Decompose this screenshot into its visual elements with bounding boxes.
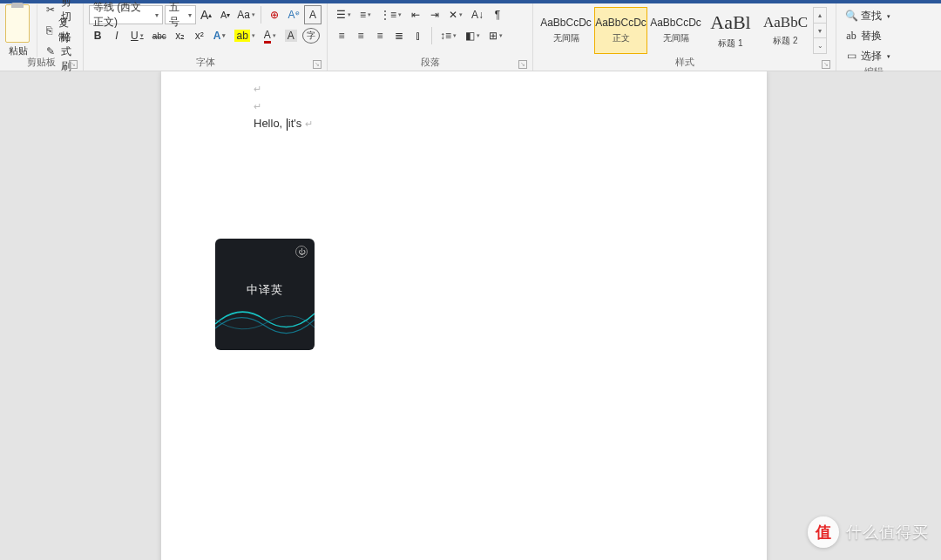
find-button[interactable]: 🔍查找▾ bbox=[842, 7, 906, 25]
shrink-font-button[interactable]: A▾ bbox=[217, 5, 234, 24]
highlight-button[interactable]: ab▾ bbox=[231, 26, 258, 45]
style-item-heading1[interactable]: AaBl 标题 1 bbox=[704, 7, 757, 54]
separator bbox=[261, 6, 261, 24]
distribute-button[interactable]: ⫿ bbox=[410, 26, 427, 45]
ribbon: 粘贴 ✂ 剪切 ⎘ 复制 ✎ 格式刷 剪贴板↘ 等线 (西文正文)▾ 五号▾ A… bbox=[0, 3, 941, 71]
line-spacing-button[interactable]: ↕≡▾ bbox=[437, 26, 460, 45]
clipboard-launcher-icon[interactable]: ↘ bbox=[69, 60, 78, 69]
clipboard-icon bbox=[5, 4, 30, 43]
translator-widget[interactable]: ⏻ 中译英 bbox=[215, 239, 315, 350]
bold-button[interactable]: B bbox=[89, 26, 106, 45]
wave-decoration-icon bbox=[215, 298, 315, 341]
sort-button[interactable]: A↓ bbox=[468, 5, 487, 24]
paragraph-launcher-icon[interactable]: ↘ bbox=[518, 60, 527, 69]
text-cursor bbox=[287, 118, 288, 131]
font-group-label: 字体↘ bbox=[89, 56, 322, 71]
numbering-button[interactable]: ≡▾ bbox=[356, 5, 375, 24]
shading-button[interactable]: ◧▾ bbox=[462, 26, 484, 45]
watermark: 值 什么值得买 bbox=[808, 516, 929, 548]
find-icon: 🔍 bbox=[845, 10, 857, 23]
scissors-icon: ✂ bbox=[46, 3, 55, 16]
clear-formatting-button[interactable]: Aᵉ bbox=[285, 5, 302, 24]
styles-launcher-icon[interactable]: ↘ bbox=[822, 60, 830, 69]
font-name-combo[interactable]: 等线 (西文正文)▾ bbox=[89, 5, 163, 24]
font-launcher-icon[interactable]: ↘ bbox=[313, 60, 322, 69]
group-editing: 🔍查找▾ ab替换 ▭选择▾ 编辑 bbox=[836, 3, 911, 71]
styles-group-label: 样式↘ bbox=[538, 56, 830, 71]
italic-button[interactable]: I bbox=[108, 26, 125, 45]
text-effects-button[interactable]: A▾ bbox=[210, 26, 230, 45]
paragraph-3: Hello, it's ↵ bbox=[254, 115, 674, 132]
show-marks-button[interactable]: ¶ bbox=[489, 5, 506, 24]
group-paragraph: ☰▾ ≡▾ ⋮≡▾ ⇤ ⇥ ✕▾ A↓ ¶ ≡ ≡ ≡ ≣ ⫿ ↕≡▾ ◧▾ ⊞… bbox=[328, 3, 533, 71]
bullets-button[interactable]: ☰▾ bbox=[333, 5, 355, 24]
copy-icon: ⎘ bbox=[46, 24, 52, 37]
align-center-button[interactable]: ≡ bbox=[352, 26, 369, 45]
group-clipboard: 粘贴 ✂ 剪切 ⎘ 复制 ✎ 格式刷 剪贴板↘ bbox=[0, 3, 84, 71]
paste-button[interactable]: 粘贴 bbox=[5, 4, 37, 57]
separator bbox=[431, 27, 432, 44]
asian-layout-button[interactable]: ✕▾ bbox=[445, 5, 466, 24]
char-border-button[interactable]: A bbox=[304, 5, 322, 24]
align-right-button[interactable]: ≡ bbox=[371, 26, 389, 45]
borders-button[interactable]: ⊞▾ bbox=[485, 26, 506, 45]
group-styles: AaBbCcDc 无间隔 AaBbCcDc 正文 AaBbCcDc 无间隔 Aa… bbox=[533, 3, 836, 71]
align-left-button[interactable]: ≡ bbox=[333, 26, 350, 45]
enclose-char-button[interactable]: 字 bbox=[302, 28, 320, 44]
superscript-button[interactable]: x² bbox=[191, 26, 208, 45]
gallery-scroll: ▴ ▾ ⌄ bbox=[813, 7, 827, 54]
watermark-text: 什么值得买 bbox=[846, 522, 929, 543]
gallery-more-icon[interactable]: ⌄ bbox=[814, 37, 826, 53]
style-item-3[interactable]: AaBbCcDc 无间隔 bbox=[649, 7, 702, 54]
decrease-indent-button[interactable]: ⇤ bbox=[407, 5, 424, 24]
font-color-button[interactable]: A▾ bbox=[261, 26, 280, 45]
paragraph-1: ↵ bbox=[254, 80, 674, 98]
translator-label: 中译英 bbox=[215, 282, 315, 298]
watermark-badge-icon: 值 bbox=[808, 516, 839, 548]
gallery-down-icon[interactable]: ▾ bbox=[814, 23, 826, 38]
style-item-1[interactable]: AaBbCcDc 无间隔 bbox=[539, 7, 592, 54]
increase-indent-button[interactable]: ⇥ bbox=[426, 5, 443, 24]
char-shading-button[interactable]: A bbox=[281, 26, 301, 45]
subscript-button[interactable]: x₂ bbox=[172, 26, 189, 45]
replace-button[interactable]: ab替换 bbox=[842, 27, 906, 45]
replace-icon: ab bbox=[845, 30, 857, 43]
style-item-normal[interactable]: AaBbCcDc 正文 bbox=[594, 7, 647, 54]
paragraph-2: ↵ bbox=[254, 98, 674, 115]
strikethrough-button[interactable]: abc bbox=[149, 26, 170, 45]
clipboard-group-label: 剪贴板↘ bbox=[5, 56, 78, 71]
underline-button[interactable]: U▾ bbox=[127, 26, 147, 45]
pin-icon[interactable]: ⏻ bbox=[295, 246, 308, 258]
document-area: ↵ ↵ Hello, it's ↵ ⏻ 中译英 值 什么值得买 bbox=[0, 71, 941, 560]
multilevel-button[interactable]: ⋮≡▾ bbox=[376, 5, 405, 24]
select-icon: ▭ bbox=[845, 50, 857, 63]
grow-font-button[interactable]: A▴ bbox=[198, 5, 215, 24]
group-font: 等线 (西文正文)▾ 五号▾ A▴ A▾ Aa▾ ⊕ Aᵉ A B I U▾ a… bbox=[84, 3, 328, 71]
gallery-up-icon[interactable]: ▴ bbox=[814, 8, 826, 23]
styles-gallery: AaBbCcDc 无间隔 AaBbCcDc 正文 AaBbCcDc 无间隔 Aa… bbox=[538, 5, 830, 56]
justify-button[interactable]: ≣ bbox=[390, 26, 408, 45]
change-case-button[interactable]: Aa▾ bbox=[236, 5, 257, 24]
font-size-combo[interactable]: 五号▾ bbox=[165, 5, 196, 24]
phonetic-guide-button[interactable]: ⊕ bbox=[266, 5, 283, 24]
style-item-heading2[interactable]: AaBbC 标题 2 bbox=[759, 7, 812, 54]
select-button[interactable]: ▭选择▾ bbox=[842, 47, 906, 65]
paragraph-group-label: 段落↘ bbox=[333, 56, 527, 71]
